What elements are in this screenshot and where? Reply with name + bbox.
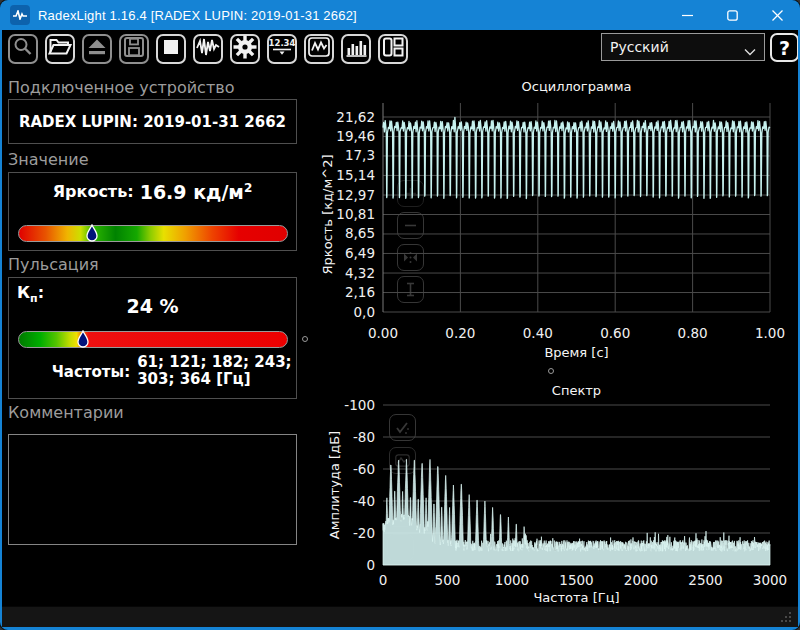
svg-text:0,0: 0,0 (354, 304, 375, 320)
chevron-down-icon (744, 43, 756, 59)
brightness-scale (18, 225, 288, 242)
search-device-button[interactable] (8, 34, 38, 64)
svg-text:12,97: 12,97 (336, 187, 375, 203)
folder-open-icon (47, 34, 73, 64)
svg-text:Амплитуда [дБ]: Амплитуда [дБ] (327, 431, 342, 539)
status-bar (2, 606, 798, 627)
spectrum-chart[interactable]: 0-20-40-60-80-10005001000150020002500300… (312, 378, 798, 608)
svg-text:2000: 2000 (624, 572, 658, 588)
device-group-caption: Подключенное устройство (8, 78, 234, 97)
settings-button[interactable] (230, 34, 260, 64)
toolbar: 12.34 Русский ? (2, 30, 798, 68)
svg-text:6,49: 6,49 (345, 245, 375, 261)
app-logo-icon (10, 5, 30, 25)
pulsation-marker (77, 330, 89, 348)
oscillogram-chart[interactable]: 21,6219,4617,315,1412,9710,818,656,494,3… (312, 76, 798, 376)
svg-text:0.20: 0.20 (445, 325, 475, 341)
maximize-button[interactable] (710, 0, 755, 30)
pulsation-group-caption: Пульсация (8, 255, 99, 274)
floppy-icon (121, 34, 147, 64)
frequencies-value: 61; 121; 182; 243; 303; 364 [Гц] (137, 354, 296, 388)
svg-text:-20: -20 (353, 525, 375, 541)
svg-text:1500: 1500 (559, 572, 593, 588)
brightness-label: Яркость: (53, 182, 134, 201)
gear-icon (232, 34, 258, 64)
svg-text:Время [с]: Время [с] (544, 345, 608, 360)
svg-text:8,65: 8,65 (345, 225, 375, 241)
svg-text:0.80: 0.80 (678, 325, 708, 341)
help-button[interactable]: ? (770, 33, 799, 62)
titlebar[interactable]: RadexLight 1.16.4 [RADEX LUPIN: 2019-01-… (0, 0, 800, 30)
close-button[interactable] (755, 0, 800, 30)
start-measurement-button[interactable] (193, 34, 223, 64)
pulsation-scale (18, 331, 288, 348)
eject-icon (84, 34, 110, 64)
brightness-marker (86, 224, 98, 242)
svg-text:17,3: 17,3 (345, 147, 375, 163)
frequencies-label: Частоты: (9, 354, 130, 388)
numeric-display-button[interactable]: 12.34 (267, 34, 297, 64)
layout-view-button[interactable] (378, 34, 408, 64)
magnifier-icon (10, 34, 36, 64)
vertical-splitter-grip[interactable] (302, 336, 308, 342)
language-select[interactable]: Русский (601, 33, 765, 61)
device-name: RADEX LUPIN: 2019-01-31 2662 (9, 113, 296, 131)
numeric-icon: 12.34 (269, 34, 295, 64)
svg-text:0.40: 0.40 (523, 325, 553, 341)
svg-text:500: 500 (435, 572, 461, 588)
svg-text:-80: -80 (353, 429, 375, 445)
svg-text:15,14: 15,14 (336, 167, 375, 183)
resize-grip[interactable] (779, 610, 792, 623)
svg-text:2500: 2500 (688, 572, 722, 588)
svg-text:Спектр: Спектр (552, 383, 601, 398)
svg-text:3000: 3000 (753, 572, 787, 588)
oscillogram-view-button[interactable] (304, 34, 334, 64)
svg-text:2,16: 2,16 (345, 284, 375, 300)
open-file-button[interactable] (45, 34, 75, 64)
svg-text:0: 0 (379, 572, 388, 588)
pulsation-groupbox: Кп: 24 % Частоты: 61; 121; 182; 243; 303… (8, 277, 297, 399)
svg-text:19,46: 19,46 (336, 128, 375, 144)
minimize-button[interactable] (665, 0, 710, 30)
eject-device-button[interactable] (82, 34, 112, 64)
svg-text:-40: -40 (353, 493, 375, 509)
stop-measurement-button[interactable] (156, 34, 186, 64)
svg-text:0.00: 0.00 (368, 325, 398, 341)
chart-wave-icon (306, 34, 332, 64)
svg-text:12.34: 12.34 (269, 38, 295, 48)
svg-text:4,32: 4,32 (345, 265, 375, 281)
value-groupbox: Яркость:16.9 кд/м2 (8, 172, 297, 251)
brightness-readout: Яркость:16.9 кд/м2 (9, 181, 296, 203)
svg-text:-100: -100 (344, 397, 375, 413)
device-groupbox: RADEX LUPIN: 2019-01-31 2662 (8, 99, 297, 144)
svg-text:0.60: 0.60 (600, 325, 630, 341)
svg-text:1.00: 1.00 (755, 325, 785, 341)
svg-text:1000: 1000 (495, 572, 529, 588)
save-file-button[interactable] (119, 34, 149, 64)
waveform-icon (195, 34, 221, 64)
comments-textarea[interactable] (8, 434, 297, 545)
svg-text:Яркость [кд/м^2]: Яркость [кд/м^2] (320, 155, 335, 275)
kp-value: 24 % (9, 295, 296, 317)
svg-text:Осциллограмма: Осциллограмма (522, 79, 632, 94)
app-window: RadexLight 1.16.4 [RADEX LUPIN: 2019-01-… (0, 0, 800, 630)
frequencies-readout: Частоты: 61; 121; 182; 243; 303; 364 [Гц… (9, 354, 296, 388)
svg-text:Частота [Гц]: Частота [Гц] (533, 590, 619, 605)
language-value: Русский (610, 39, 669, 55)
svg-text:10,81: 10,81 (336, 206, 375, 222)
svg-text:-60: -60 (353, 461, 375, 477)
value-group-caption: Значение (8, 150, 89, 169)
chart-bars-icon (343, 34, 369, 64)
stop-icon (158, 34, 184, 64)
layout-icon (380, 34, 406, 64)
svg-text:21,62: 21,62 (336, 109, 375, 125)
svg-text:0: 0 (366, 557, 375, 573)
window-border-left (0, 30, 2, 630)
window-title: RadexLight 1.16.4 [RADEX LUPIN: 2019-01-… (38, 8, 357, 23)
spectrum-view-button[interactable] (341, 34, 371, 64)
comments-group-caption: Комментарии (8, 403, 124, 422)
